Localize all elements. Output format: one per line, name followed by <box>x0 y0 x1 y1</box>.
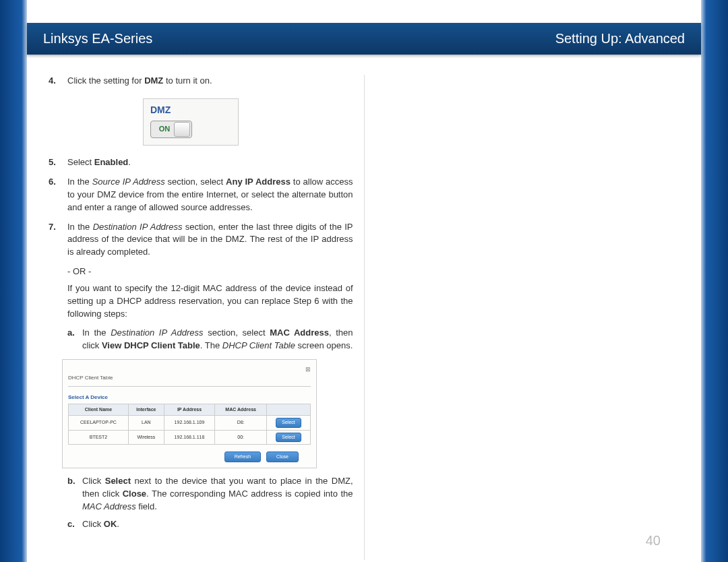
refresh-button[interactable]: Refresh <box>224 451 262 462</box>
dmz-state: ON <box>151 124 174 135</box>
th-action <box>267 404 311 416</box>
th-interface: Interface <box>128 404 164 416</box>
follow-text: If you want to specify the 12-digit MAC … <box>49 282 353 321</box>
table-row: BTEST2 Wireless 192.168.1.118 00: Select <box>69 430 311 444</box>
step-6: 6. In the Source IP Address section, sel… <box>49 176 353 214</box>
page-container: Linksys EA-Series Setting Up: Advanced 4… <box>27 0 701 562</box>
page-number: 40 <box>646 533 661 549</box>
th-mac: MAC Address <box>215 404 267 416</box>
content-columns: 4. Click the setting for DMZ to turn it … <box>27 55 701 560</box>
header-right: Setting Up: Advanced <box>555 31 685 46</box>
column-divider <box>364 75 365 560</box>
dmz-screenshot: DMZ ON <box>143 98 239 146</box>
right-column <box>367 75 688 560</box>
header-bar: Linksys EA-Series Setting Up: Advanced <box>27 23 701 55</box>
select-button[interactable]: Select <box>276 418 301 427</box>
dhcp-client-table-screenshot: ⊠ DHCP Client Table Select A Device Clie… <box>62 359 317 468</box>
close-button[interactable]: Close <box>266 451 299 462</box>
th-ip: IP Address <box>164 404 215 416</box>
or-text: - OR - <box>49 266 353 278</box>
th-client-name: Client Name <box>69 404 129 416</box>
dhcp-select-label: Select A Device <box>68 394 311 402</box>
dmz-knob <box>174 122 190 137</box>
dhcp-title: DHCP Client Table <box>68 374 311 387</box>
substep-b: b. Click Select next to the device that … <box>67 475 353 513</box>
close-icon[interactable]: ⊠ <box>68 365 311 374</box>
header-left: Linksys EA-Series <box>43 31 152 46</box>
substep-a: a. In the Destination IP Address section… <box>67 327 353 352</box>
step-7: 7. In the Destination IP Address section… <box>49 221 353 259</box>
dmz-toggle[interactable]: ON <box>150 121 192 138</box>
substep-c: c. Click OK. <box>67 518 353 531</box>
table-row: CEELAPTOP-PC LAN 192.168.1.109 D8: Selec… <box>69 416 311 430</box>
left-column: 4. Click the setting for DMZ to turn it … <box>40 75 361 560</box>
step-4: 4. Click the setting for DMZ to turn it … <box>49 75 353 88</box>
dhcp-table: Client Name Interface IP Address MAC Add… <box>68 404 311 444</box>
dmz-label: DMZ <box>150 103 231 117</box>
step-5: 5. Select Enabled. <box>49 156 353 169</box>
select-button[interactable]: Select <box>276 433 301 442</box>
